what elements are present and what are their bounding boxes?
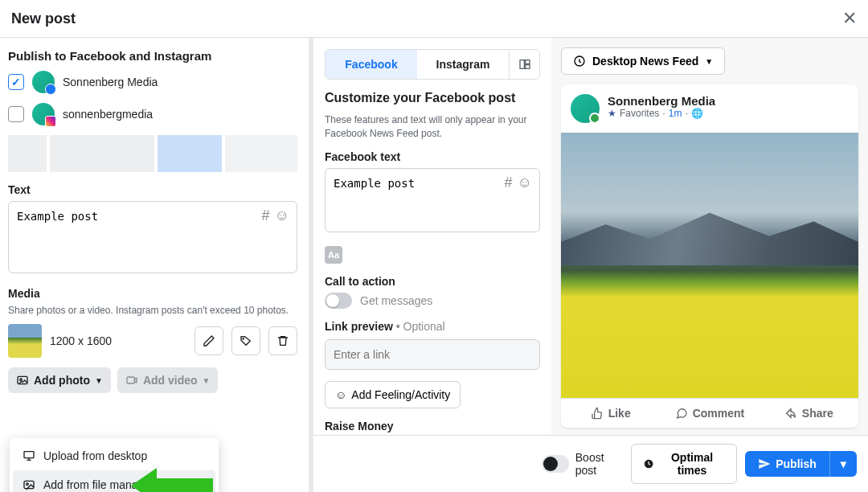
boost-label: Boost post — [575, 451, 623, 477]
add-video-button[interactable]: Add video ▼ — [117, 367, 219, 393]
checkbox-icon[interactable] — [8, 106, 24, 122]
emoji-icon[interactable]: ☺ — [518, 174, 532, 191]
publish-button[interactable]: Publish — [745, 451, 829, 477]
emoji-icon[interactable]: ☺ — [275, 207, 289, 224]
emoji-icon: ☺ — [335, 388, 346, 401]
platform-tabs: Facebook Instagram — [325, 49, 540, 80]
media-dimensions: 1200 x 1600 — [50, 334, 186, 347]
chevron-down-icon: ▼ — [203, 376, 211, 385]
preview-meta: ★ Favorites · 1m · 🌐 — [608, 108, 715, 119]
layout-toggle-icon[interactable] — [509, 50, 539, 79]
optimal-times-button[interactable]: Optimal times — [631, 444, 738, 484]
tab-facebook[interactable]: Facebook — [326, 50, 417, 79]
like-button[interactable]: Like — [561, 399, 660, 428]
hashtag-icon[interactable]: # — [505, 174, 513, 191]
preview-image — [561, 133, 858, 398]
tab-instagram[interactable]: Instagram — [417, 50, 509, 79]
comment-button[interactable]: Comment — [660, 399, 759, 428]
star-icon: ★ — [608, 108, 616, 119]
svg-rect-8 — [525, 60, 529, 64]
avatar — [571, 94, 600, 123]
account-row-facebook[interactable]: Sonnenberg Media — [8, 71, 297, 93]
svg-rect-3 — [127, 377, 134, 383]
preview-panel: Desktop News Feed ▼ Sonnenberg Media ★ F… — [551, 38, 868, 492]
edit-icon[interactable] — [194, 326, 223, 355]
add-photo-button[interactable]: Add photo ▼ — [8, 367, 111, 393]
svg-rect-7 — [520, 60, 524, 69]
media-label: Media — [8, 287, 297, 300]
link-preview-label: Link preview • Optional — [325, 320, 540, 333]
account-name: Sonnenberg Media — [63, 76, 158, 88]
boost-toggle[interactable] — [542, 455, 569, 473]
account-name: sonnenbergmedia — [63, 108, 153, 121]
tag-icon[interactable] — [231, 326, 260, 355]
preview-device-selector[interactable]: Desktop News Feed ▼ — [561, 47, 725, 75]
fb-text-label: Facebook text — [325, 150, 540, 163]
modal-header: New post ✕ — [0, 0, 868, 38]
modal-title: New post — [11, 10, 76, 27]
trash-icon[interactable] — [268, 326, 297, 355]
post-preview-card: Sonnenberg Media ★ Favorites · 1m · 🌐 Li… — [561, 84, 858, 428]
cta-toggle[interactable] — [325, 293, 352, 309]
svg-point-6 — [27, 483, 29, 486]
avatar — [32, 103, 55, 125]
checkbox-checked-icon[interactable] — [8, 74, 24, 90]
media-sub: Share photos or a video. Instagram posts… — [8, 305, 297, 316]
share-button[interactable]: Share — [760, 399, 858, 428]
raise-money-label: Raise Money — [325, 420, 540, 433]
chevron-down-icon: ▼ — [95, 376, 103, 385]
compose-panel: Publish to Facebook and Instagram Sonnen… — [0, 38, 313, 492]
post-text-input[interactable] — [8, 201, 297, 273]
media-item-row: 1200 x 1600 — [8, 324, 297, 358]
svg-rect-4 — [24, 452, 34, 458]
cta-value: Get messages — [360, 294, 432, 307]
publish-to-label: Publish to Facebook and Instagram — [8, 49, 297, 63]
dropdown-item-upload-desktop[interactable]: Upload from desktop — [13, 441, 215, 470]
customize-sub: These features and text will only appear… — [325, 113, 540, 141]
customize-panel: Facebook Instagram Customize your Facebo… — [313, 38, 551, 492]
annotation-arrow — [157, 478, 213, 492]
publish-dropdown-button[interactable]: ▼ — [829, 451, 857, 477]
svg-rect-9 — [525, 65, 529, 69]
text-label: Text — [8, 183, 297, 196]
avatar — [32, 71, 55, 93]
text-format-icon[interactable]: Aa — [325, 246, 342, 264]
placeholder-strip — [8, 135, 297, 172]
boost-post-row: Boost post — [542, 451, 623, 477]
cta-label: Call to action — [325, 275, 540, 288]
media-thumbnail[interactable] — [8, 324, 42, 358]
account-row-instagram[interactable]: sonnenbergmedia — [8, 103, 297, 125]
preview-actions: Like Comment Share — [561, 398, 858, 428]
globe-icon: 🌐 — [691, 108, 703, 119]
close-icon[interactable]: ✕ — [842, 8, 857, 29]
svg-point-2 — [20, 379, 23, 381]
add-feeling-button[interactable]: ☺ Add Feeling/Activity — [325, 381, 461, 408]
footer-bar: Boost post Optimal times Publish ▼ — [313, 435, 868, 492]
customize-heading: Customize your Facebook post — [325, 91, 540, 105]
hashtag-icon[interactable]: # — [262, 207, 270, 224]
link-input[interactable] — [325, 339, 540, 370]
svg-point-0 — [243, 338, 244, 339]
chevron-down-icon: ▼ — [705, 57, 713, 66]
preview-page-name: Sonnenberg Media — [608, 94, 715, 108]
